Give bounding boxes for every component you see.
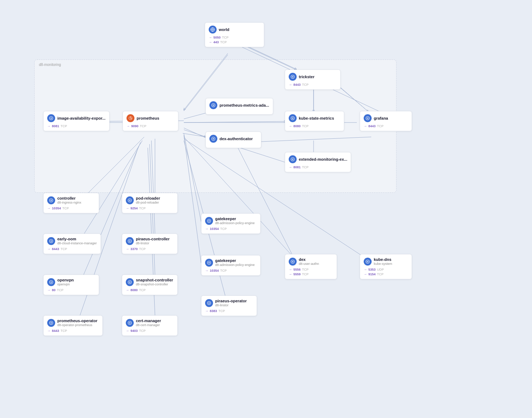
prometheus-metrics-icon <box>209 101 217 109</box>
kube-state-metrics-port-8080: → 8080 TCP <box>289 124 340 128</box>
node-dex[interactable]: dex d8-user-authn → 5556 TCP → 5559 TCP <box>285 254 337 279</box>
node-grafana[interactable]: grafana → 8443 TCP <box>360 111 412 131</box>
node-kube-state-metrics[interactable]: kube-state-metrics → 8080 TCP <box>285 111 344 131</box>
gatekeeper1-title: gatekeeper <box>215 217 255 221</box>
cert-manager-icon <box>126 319 134 327</box>
dex-port-5556: → 5556 TCP <box>289 268 333 271</box>
early-oom-port-8443: → 8443 TCP <box>47 247 97 251</box>
dex-authenticator-title: dex-authenticator <box>220 137 253 141</box>
pod-reloader-subtitle: d8-pod-reloader <box>136 201 160 204</box>
group-label: d8-monitoring <box>39 63 61 67</box>
controller-port-10354: → 10354 TCP <box>47 206 95 210</box>
cert-manager-subtitle: d8-cert-manager <box>136 323 161 327</box>
openvpn-title: openvpn <box>57 278 74 282</box>
node-gatekeeper2[interactable]: gatekeeper d8-admission-policy-engine → … <box>201 255 261 276</box>
openvpn-subtitle: openvpn <box>57 283 74 286</box>
snapshot-controller-port-8080: → 8080 TCP <box>126 288 174 292</box>
extended-monitoring-icon <box>289 155 297 163</box>
kube-dns-subtitle: kube-system <box>374 262 392 266</box>
controller-title: controller <box>57 196 81 200</box>
prometheus-port-9090: → 9090 TCP <box>127 124 174 128</box>
prometheus-operator-port-8443: → 8443 TCP <box>47 329 99 333</box>
image-availability-icon <box>47 114 55 122</box>
prometheus-operator-icon <box>47 319 55 327</box>
node-piraeus-operator[interactable]: piraeus-operator d8-linstor → 8383 TCP <box>201 295 257 316</box>
cert-manager-title: cert-manager <box>136 319 161 323</box>
piraeus-controller-icon <box>126 237 134 245</box>
piraeus-controller-subtitle: d8-linstor <box>136 241 170 245</box>
gatekeeper1-subtitle: d8-admission-policy-engine <box>215 221 255 225</box>
node-image-availability[interactable]: image-availability-expor... → 8081 TCP <box>43 111 110 131</box>
node-kube-dns[interactable]: kube-dns kube-system → 5353 UDP → 9154 T… <box>360 254 412 279</box>
snapshot-controller-subtitle: d8-snapshot-controller <box>136 283 173 286</box>
dex-port-5559: → 5559 TCP <box>289 272 333 276</box>
dex-icon <box>289 258 297 266</box>
openvpn-icon <box>47 278 55 286</box>
image-availability-port-8081: → 8081 TCP <box>47 124 106 128</box>
gatekeeper1-port-10354: → 10354 TCP <box>205 227 257 231</box>
grafana-icon <box>364 114 372 122</box>
grafana-port-8443: → 8443 TCP <box>364 124 408 128</box>
kube-dns-port-5353: → 5353 UDP <box>364 268 408 271</box>
controller-subtitle: d8-ingress-nginx <box>57 201 81 204</box>
node-prometheus-metrics[interactable]: prometheus-metrics-ada... <box>205 98 273 115</box>
node-world[interactable]: world → 5050 TCP → 443 TCP <box>205 22 264 47</box>
early-oom-title: early-oom <box>57 237 97 241</box>
dex-subtitle: d8-user-authn <box>299 262 319 266</box>
node-openvpn[interactable]: openvpn openvpn → 80 TCP <box>43 275 99 295</box>
gatekeeper2-port-10354: → 10354 TCP <box>205 269 257 272</box>
node-piraeus-controller[interactable]: piraeus-controller d8-linstor → 3370 TCP <box>122 234 178 254</box>
prometheus-metrics-title: prometheus-metrics-ada... <box>220 103 269 107</box>
trickster-port-8443: → 8443 TCP <box>289 83 337 86</box>
piraeus-operator-port-8383: → 8383 TCP <box>205 309 253 313</box>
prometheus-title: prometheus <box>137 116 159 120</box>
grafana-title: grafana <box>374 116 388 120</box>
extended-monitoring-title: extended-monitoring-ex... <box>299 157 347 161</box>
controller-icon <box>47 196 55 204</box>
kube-dns-port-9154: → 9154 TCP <box>364 272 408 276</box>
gatekeeper2-icon <box>205 259 213 267</box>
gatekeeper2-subtitle: d8-admission-policy-engine <box>215 263 255 267</box>
node-prometheus[interactable]: prometheus → 9090 TCP <box>123 111 178 131</box>
dex-title: dex <box>299 257 319 262</box>
image-availability-title: image-availability-expor... <box>57 116 106 120</box>
node-prometheus-operator[interactable]: prometheus-operator d8-operator-promethe… <box>43 315 103 336</box>
node-controller[interactable]: controller d8-ingress-nginx → 10354 TCP <box>43 193 99 213</box>
pod-reloader-port-9254: → 9254 TCP <box>126 206 174 210</box>
piraeus-operator-icon <box>205 299 213 307</box>
world-port-5050: → 5050 TCP <box>209 36 260 39</box>
node-trickster[interactable]: trickster → 8443 TCP <box>285 70 341 90</box>
node-cert-manager[interactable]: cert-manager d8-cert-manager → 9403 TCP <box>122 315 178 336</box>
node-early-oom[interactable]: early-oom d8-cloud-instance-manager → 84… <box>43 234 101 254</box>
dex-authenticator-icon <box>209 135 217 143</box>
early-oom-icon <box>47 237 55 245</box>
piraeus-controller-port-3370: → 3370 TCP <box>126 247 174 251</box>
prometheus-operator-subtitle: d8-operator-prometheus <box>57 323 97 327</box>
pod-reloader-title: pod-reloader <box>136 196 160 200</box>
world-icon <box>209 26 217 34</box>
node-pod-reloader[interactable]: pod-reloader d8-pod-reloader → 9254 TCP <box>122 193 178 213</box>
piraeus-operator-subtitle: d8-linstor <box>215 303 247 307</box>
kube-state-metrics-title: kube-state-metrics <box>299 116 334 120</box>
world-title: world <box>219 27 229 32</box>
canvas: d8-monitoring <box>0 0 532 418</box>
node-dex-authenticator[interactable]: dex-authenticator <box>205 132 261 148</box>
world-port-443: → 443 TCP <box>209 40 260 44</box>
trickster-icon <box>289 73 297 81</box>
gatekeeper2-title: gatekeeper <box>215 258 255 263</box>
trickster-title: trickster <box>299 75 314 79</box>
kube-state-metrics-icon <box>289 114 297 122</box>
snapshot-controller-icon <box>126 278 134 286</box>
kube-dns-title: kube-dns <box>374 257 392 262</box>
openvpn-port-80: → 80 TCP <box>47 288 95 292</box>
node-snapshot-controller[interactable]: snapshot-controller d8-snapshot-controll… <box>122 275 178 295</box>
cert-manager-port-9403: → 9403 TCP <box>126 329 174 333</box>
early-oom-subtitle: d8-cloud-instance-manager <box>57 241 97 245</box>
pod-reloader-icon <box>126 196 134 204</box>
node-gatekeeper1[interactable]: gatekeeper d8-admission-policy-engine → … <box>201 213 261 234</box>
node-extended-monitoring[interactable]: extended-monitoring-ex... → 8081 TCP <box>285 152 351 172</box>
extended-monitoring-port-8081: → 8081 TCP <box>289 165 347 169</box>
gatekeeper1-icon <box>205 217 213 225</box>
kube-dns-icon <box>364 258 372 266</box>
prometheus-operator-title: prometheus-operator <box>57 319 97 323</box>
